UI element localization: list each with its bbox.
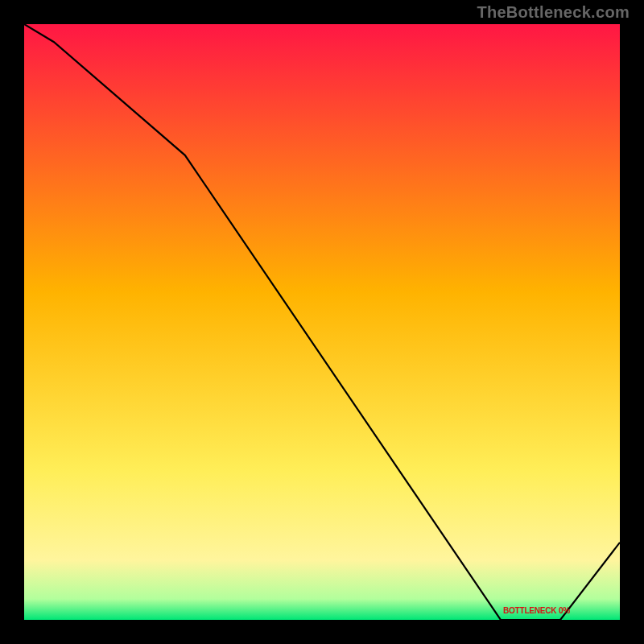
chart-frame: TheBottleneck.com BOTTLENECK 0% — [0, 0, 644, 644]
chart-svg: BOTTLENECK 0% — [24, 24, 620, 620]
chart-plot-area: BOTTLENECK 0% — [24, 24, 620, 620]
watermark: TheBottleneck.com — [477, 3, 630, 22]
baseline-label: BOTTLENECK 0% — [503, 606, 570, 615]
gradient-field — [24, 24, 620, 620]
